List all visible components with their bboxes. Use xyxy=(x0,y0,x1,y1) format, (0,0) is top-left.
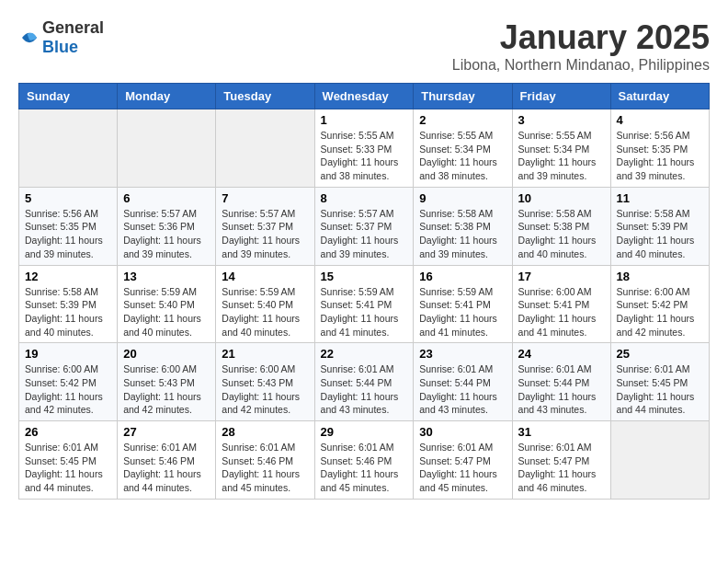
calendar-cell: 9Sunrise: 5:58 AMSunset: 5:38 PMDaylight… xyxy=(414,187,512,265)
day-number: 22 xyxy=(321,347,408,361)
page-header: General Blue January 2025 Libona, Northe… xyxy=(18,18,710,74)
day-info: Sunrise: 5:58 AMSunset: 5:38 PMDaylight:… xyxy=(419,207,506,261)
title-area: January 2025 Libona, Northern Mindanao, … xyxy=(452,18,710,74)
calendar-cell: 21Sunrise: 6:00 AMSunset: 5:43 PMDayligh… xyxy=(216,343,314,421)
day-info: Sunrise: 5:59 AMSunset: 5:40 PMDaylight:… xyxy=(123,285,210,339)
calendar-cell: 22Sunrise: 6:01 AMSunset: 5:44 PMDayligh… xyxy=(314,343,414,421)
calendar-week-row: 26Sunrise: 6:01 AMSunset: 5:45 PMDayligh… xyxy=(19,421,710,500)
day-info: Sunrise: 5:55 AMSunset: 5:34 PMDaylight:… xyxy=(518,129,605,183)
day-number: 24 xyxy=(518,347,605,361)
day-number: 8 xyxy=(321,191,408,205)
day-info: Sunrise: 6:01 AMSunset: 5:46 PMDaylight:… xyxy=(222,441,308,495)
day-info: Sunrise: 6:01 AMSunset: 5:44 PMDaylight:… xyxy=(419,362,506,417)
calendar-cell: 4Sunrise: 5:56 AMSunset: 5:35 PMDaylight… xyxy=(610,109,709,188)
logo-general: General xyxy=(42,18,104,37)
day-info: Sunrise: 6:00 AMSunset: 5:43 PMDaylight:… xyxy=(222,362,308,417)
calendar-cell: 8Sunrise: 5:57 AMSunset: 5:37 PMDaylight… xyxy=(314,187,414,265)
calendar-cell: 10Sunrise: 5:58 AMSunset: 5:38 PMDayligh… xyxy=(512,187,610,265)
day-info: Sunrise: 5:57 AMSunset: 5:37 PMDaylight:… xyxy=(222,207,308,261)
day-info: Sunrise: 5:57 AMSunset: 5:36 PMDaylight:… xyxy=(123,207,210,261)
day-number: 20 xyxy=(123,347,210,361)
day-info: Sunrise: 6:01 AMSunset: 5:47 PMDaylight:… xyxy=(518,441,605,495)
day-info: Sunrise: 5:58 AMSunset: 5:38 PMDaylight:… xyxy=(518,207,605,261)
calendar-cell: 20Sunrise: 6:00 AMSunset: 5:43 PMDayligh… xyxy=(118,343,216,421)
day-number: 3 xyxy=(518,113,605,127)
day-number: 18 xyxy=(617,270,703,283)
calendar-cell: 26Sunrise: 6:01 AMSunset: 5:45 PMDayligh… xyxy=(19,421,118,500)
day-info: Sunrise: 6:00 AMSunset: 5:42 PMDaylight:… xyxy=(617,285,703,339)
day-number: 4 xyxy=(617,113,703,127)
day-info: Sunrise: 6:01 AMSunset: 5:46 PMDaylight:… xyxy=(123,441,210,495)
day-info: Sunrise: 6:01 AMSunset: 5:44 PMDaylight:… xyxy=(518,362,605,417)
day-info: Sunrise: 5:56 AMSunset: 5:35 PMDaylight:… xyxy=(25,207,111,261)
day-number: 9 xyxy=(419,191,506,205)
day-number: 19 xyxy=(25,347,111,361)
weekday-header: Tuesday xyxy=(216,84,314,109)
day-info: Sunrise: 6:00 AMSunset: 5:41 PMDaylight:… xyxy=(518,285,605,339)
day-info: Sunrise: 6:00 AMSunset: 5:43 PMDaylight:… xyxy=(123,362,210,417)
day-info: Sunrise: 6:01 AMSunset: 5:44 PMDaylight:… xyxy=(321,362,408,417)
calendar-cell xyxy=(19,109,118,188)
day-info: Sunrise: 6:00 AMSunset: 5:42 PMDaylight:… xyxy=(25,362,111,417)
calendar-cell: 23Sunrise: 6:01 AMSunset: 5:44 PMDayligh… xyxy=(414,343,512,421)
calendar-cell: 12Sunrise: 5:58 AMSunset: 5:39 PMDayligh… xyxy=(19,265,118,343)
calendar-cell: 7Sunrise: 5:57 AMSunset: 5:37 PMDaylight… xyxy=(216,187,314,265)
month-title: January 2025 xyxy=(452,18,710,57)
calendar-cell xyxy=(118,109,216,188)
calendar-cell: 15Sunrise: 5:59 AMSunset: 5:41 PMDayligh… xyxy=(314,265,414,343)
day-number: 5 xyxy=(25,191,111,205)
day-number: 12 xyxy=(25,270,111,283)
calendar-cell: 3Sunrise: 5:55 AMSunset: 5:34 PMDaylight… xyxy=(512,109,610,188)
day-info: Sunrise: 5:58 AMSunset: 5:39 PMDaylight:… xyxy=(617,207,703,261)
weekday-header: Sunday xyxy=(19,84,118,109)
day-number: 15 xyxy=(321,270,408,283)
day-info: Sunrise: 5:59 AMSunset: 5:41 PMDaylight:… xyxy=(419,285,506,339)
day-number: 6 xyxy=(123,191,210,205)
weekday-header: Wednesday xyxy=(314,84,414,109)
day-number: 10 xyxy=(518,191,605,205)
calendar-cell: 29Sunrise: 6:01 AMSunset: 5:46 PMDayligh… xyxy=(314,421,414,500)
calendar-cell xyxy=(610,421,709,500)
day-info: Sunrise: 5:56 AMSunset: 5:35 PMDaylight:… xyxy=(617,129,703,183)
weekday-header: Thursday xyxy=(414,84,512,109)
calendar-cell: 31Sunrise: 6:01 AMSunset: 5:47 PMDayligh… xyxy=(512,421,610,500)
calendar-cell: 25Sunrise: 6:01 AMSunset: 5:45 PMDayligh… xyxy=(610,343,709,421)
calendar-cell: 19Sunrise: 6:00 AMSunset: 5:42 PMDayligh… xyxy=(19,343,118,421)
calendar-table: SundayMondayTuesdayWednesdayThursdayFrid… xyxy=(18,83,710,500)
location-title: Libona, Northern Mindanao, Philippines xyxy=(452,57,710,74)
day-number: 16 xyxy=(419,270,506,283)
day-info: Sunrise: 5:59 AMSunset: 5:41 PMDaylight:… xyxy=(321,285,408,339)
calendar-cell: 24Sunrise: 6:01 AMSunset: 5:44 PMDayligh… xyxy=(512,343,610,421)
calendar-header-row: SundayMondayTuesdayWednesdayThursdayFrid… xyxy=(19,84,710,109)
calendar-cell: 13Sunrise: 5:59 AMSunset: 5:40 PMDayligh… xyxy=(118,265,216,343)
calendar-cell: 11Sunrise: 5:58 AMSunset: 5:39 PMDayligh… xyxy=(610,187,709,265)
weekday-header: Friday xyxy=(512,84,610,109)
day-info: Sunrise: 6:01 AMSunset: 5:47 PMDaylight:… xyxy=(419,441,506,495)
calendar-week-row: 12Sunrise: 5:58 AMSunset: 5:39 PMDayligh… xyxy=(19,265,710,343)
calendar-cell: 5Sunrise: 5:56 AMSunset: 5:35 PMDaylight… xyxy=(19,187,118,265)
weekday-header: Saturday xyxy=(610,84,709,109)
calendar-cell: 27Sunrise: 6:01 AMSunset: 5:46 PMDayligh… xyxy=(118,421,216,500)
calendar-cell: 16Sunrise: 5:59 AMSunset: 5:41 PMDayligh… xyxy=(414,265,512,343)
day-number: 14 xyxy=(222,270,308,283)
day-number: 13 xyxy=(123,270,210,283)
day-number: 27 xyxy=(123,425,210,439)
calendar-cell: 17Sunrise: 6:00 AMSunset: 5:41 PMDayligh… xyxy=(512,265,610,343)
calendar-week-row: 1Sunrise: 5:55 AMSunset: 5:33 PMDaylight… xyxy=(19,109,710,188)
calendar-cell xyxy=(216,109,314,188)
day-number: 31 xyxy=(518,425,605,439)
day-info: Sunrise: 6:01 AMSunset: 5:45 PMDaylight:… xyxy=(617,362,703,417)
weekday-header: Monday xyxy=(118,84,216,109)
day-number: 29 xyxy=(321,425,408,439)
day-number: 28 xyxy=(222,425,308,439)
calendar-week-row: 5Sunrise: 5:56 AMSunset: 5:35 PMDaylight… xyxy=(19,187,710,265)
day-info: Sunrise: 5:58 AMSunset: 5:39 PMDaylight:… xyxy=(25,285,111,339)
calendar-cell: 18Sunrise: 6:00 AMSunset: 5:42 PMDayligh… xyxy=(610,265,709,343)
day-info: Sunrise: 5:55 AMSunset: 5:34 PMDaylight:… xyxy=(419,129,506,183)
day-number: 17 xyxy=(518,270,605,283)
day-number: 25 xyxy=(617,347,703,361)
calendar-cell: 28Sunrise: 6:01 AMSunset: 5:46 PMDayligh… xyxy=(216,421,314,500)
calendar-cell: 6Sunrise: 5:57 AMSunset: 5:36 PMDaylight… xyxy=(118,187,216,265)
calendar-cell: 30Sunrise: 6:01 AMSunset: 5:47 PMDayligh… xyxy=(414,421,512,500)
calendar-week-row: 19Sunrise: 6:00 AMSunset: 5:42 PMDayligh… xyxy=(19,343,710,421)
